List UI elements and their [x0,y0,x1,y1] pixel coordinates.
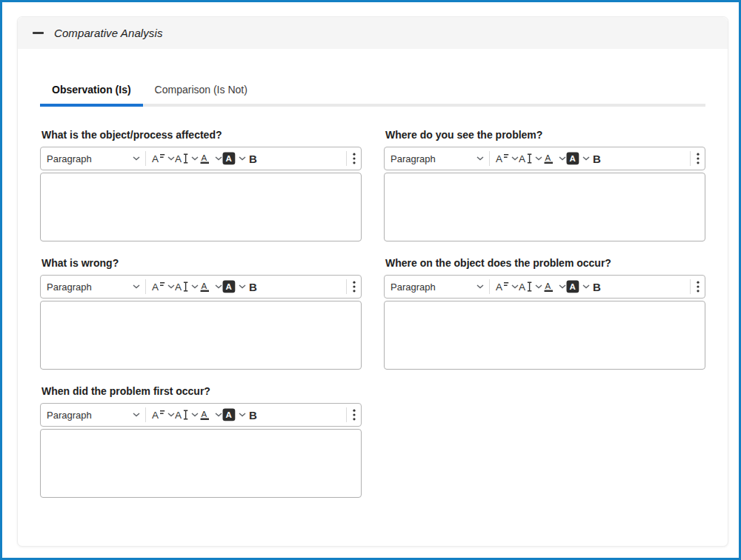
svg-text:A: A [545,153,551,162]
chevron-down-icon [559,284,566,289]
font-color-icon: A [199,408,213,421]
font-color-button[interactable]: A [199,408,222,421]
chevron-down-icon [167,284,175,289]
chevron-down-icon [191,413,199,417]
toolbar-separator [489,279,490,294]
editor-content-area[interactable] [40,173,362,241]
editor-content-area[interactable] [40,429,362,498]
chevron-down-icon [582,156,590,161]
toolbar-overflow-button[interactable] [696,280,700,293]
svg-text:A: A [496,281,502,293]
paragraph-style-dropdown[interactable]: Paragraph [47,153,140,164]
question-label: What is wrong? [41,257,362,269]
bold-button[interactable]: B [246,153,260,165]
paragraph-style-dropdown[interactable]: Paragraph [391,153,484,164]
collapse-panel-icon[interactable] [33,32,44,34]
chevron-down-icon [239,413,246,417]
font-background-color-icon: A [222,280,236,293]
svg-text:A: A [519,281,525,293]
editor-content-area[interactable] [384,173,705,241]
chevron-down-icon [239,284,246,289]
chevron-down-icon [559,156,566,161]
font-size-button[interactable]: A [175,408,199,421]
toolbar-separator [346,151,347,166]
question-field: Where on the object does the problem occ… [384,257,705,370]
chevron-down-icon [215,284,222,289]
paragraph-style-dropdown[interactable]: Paragraph [391,281,484,293]
chevron-down-icon [239,156,246,161]
kebab-vertical-icon [352,408,356,421]
toolbar-separator [690,151,691,166]
chevron-down-icon [133,413,140,417]
chevron-down-icon [476,284,484,289]
svg-text:A: A [152,153,159,164]
font-background-color-button[interactable]: A [222,408,246,421]
bold-button[interactable]: B [246,409,260,421]
bold-button[interactable]: B [590,153,604,165]
chevron-down-icon [167,156,175,161]
paragraph-style-value: Paragraph [391,153,436,164]
font-family-icon: A [495,152,509,165]
toolbar-overflow-button[interactable] [696,152,700,165]
chevron-down-icon [167,413,175,417]
font-background-color-button[interactable]: A [222,280,246,293]
chevron-down-icon [133,156,140,161]
font-background-color-icon: A [566,152,580,165]
toolbar-separator [346,407,347,422]
font-family-button[interactable]: A [151,280,175,293]
rich-text-editor: Paragraph A [384,275,705,370]
font-family-button[interactable]: A [151,408,175,421]
paragraph-style-dropdown[interactable]: Paragraph [47,410,140,421]
svg-text:A: A [175,281,182,293]
font-family-button[interactable]: A [495,152,519,165]
svg-text:A: A [496,153,502,164]
svg-text:A: A [201,410,207,419]
font-color-icon: A [542,152,556,165]
font-family-icon: A [151,280,165,293]
question-field: Where do you see the problem? Paragraph … [384,129,705,241]
toolbar-overflow-button[interactable] [352,280,356,293]
font-color-button[interactable]: A [542,280,566,293]
question-field: What is wrong? Paragraph A [40,257,362,370]
font-background-color-button[interactable]: A [566,280,590,293]
tab-bar: Observation (Is) Comparison (Is Not) [40,77,705,107]
tab-comparison-is-not[interactable]: Comparison (Is Not) [143,77,259,107]
bold-button[interactable]: B [590,281,604,293]
chevron-down-icon [511,156,519,161]
svg-text:A: A [226,154,232,163]
font-size-button[interactable]: A [175,152,199,165]
question-label: Where do you see the problem? [385,129,705,141]
font-family-button[interactable]: A [151,152,175,165]
bold-icon: B [246,281,260,293]
toolbar-separator [346,279,347,294]
font-family-button[interactable]: A [495,280,519,293]
editor-toolbar: Paragraph A [384,147,705,170]
font-size-button[interactable]: A [519,152,542,165]
paragraph-style-value: Paragraph [47,281,92,293]
toolbar-separator [145,407,146,422]
font-background-color-button[interactable]: A [222,152,246,165]
toolbar-overflow-button[interactable] [352,152,356,165]
font-size-button[interactable]: A [175,280,199,293]
kebab-vertical-icon [352,280,356,293]
editor-content-area[interactable] [384,301,705,370]
font-color-button[interactable]: A [199,280,222,293]
font-color-button[interactable]: A [542,152,566,165]
font-size-button[interactable]: A [519,280,542,293]
svg-text:A: A [226,410,232,419]
bold-icon: B [590,153,604,165]
bold-button[interactable]: B [246,281,260,293]
svg-text:A: A [570,154,576,163]
chevron-down-icon [535,156,542,161]
question-field: What is the object/process affected? Par… [40,129,362,241]
svg-text:A: A [201,153,207,162]
tab-observation-is[interactable]: Observation (Is) [40,77,143,107]
font-background-color-button[interactable]: A [566,152,590,165]
paragraph-style-dropdown[interactable]: Paragraph [47,281,140,293]
toolbar-overflow-button[interactable] [352,408,356,421]
toolbar-separator [145,279,146,294]
font-size-icon: A [175,280,189,293]
editor-content-area[interactable] [40,301,362,370]
font-family-icon: A [151,152,165,165]
font-color-button[interactable]: A [199,152,222,165]
